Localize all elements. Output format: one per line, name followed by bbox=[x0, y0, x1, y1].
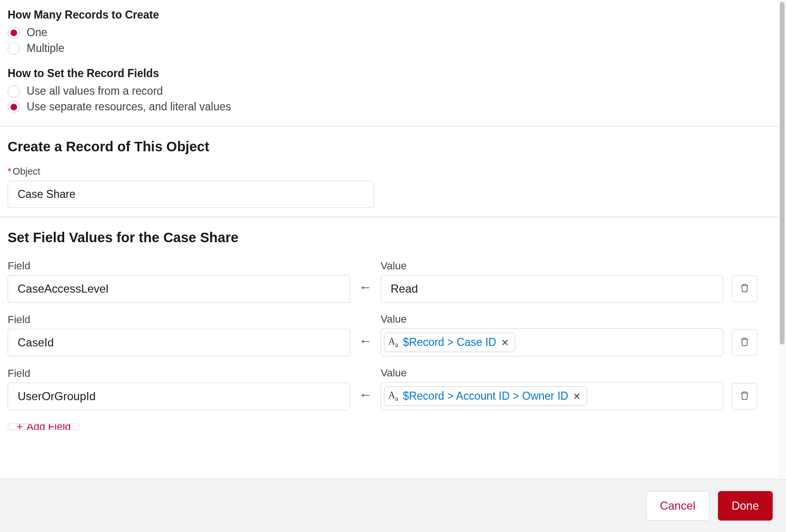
plus-icon: + bbox=[17, 424, 23, 430]
how-to-set-radio-group: Use all values from a record Use separat… bbox=[8, 85, 778, 113]
field-col: Field CaseAccessLevel bbox=[8, 260, 350, 303]
scrollbar-track[interactable] bbox=[778, 0, 786, 478]
radio-option-multiple[interactable]: Multiple bbox=[8, 42, 778, 55]
field-col: Field CaseId bbox=[8, 314, 350, 356]
value-col: Value Aa $Record > Account ID > Owner ID… bbox=[381, 367, 723, 410]
object-field-group: *Object Case Share bbox=[8, 166, 778, 208]
field-row: Field UserOrGroupId ← Value Aa $Record >… bbox=[8, 367, 778, 410]
done-button[interactable]: Done bbox=[718, 491, 773, 521]
arrow-col: ← bbox=[359, 387, 372, 410]
set-fields-title: Set Field Values for the Case Share bbox=[8, 230, 778, 246]
main-content: How Many Records to Create One Multiple … bbox=[0, 0, 786, 476]
divider bbox=[0, 217, 786, 217]
how-to-set-section: How to Set the Record Fields Use all val… bbox=[8, 67, 778, 113]
delete-row-button[interactable] bbox=[732, 383, 757, 410]
text-type-icon: Aa bbox=[387, 390, 399, 403]
arrow-left-icon: ← bbox=[359, 334, 372, 349]
field-label: Field bbox=[8, 260, 350, 272]
radio-option-separate[interactable]: Use separate resources, and literal valu… bbox=[8, 100, 778, 113]
cancel-button[interactable]: Cancel bbox=[646, 491, 709, 521]
value-col: Value Aa $Record > Case ID ✕ bbox=[381, 313, 723, 356]
radio-circle-icon bbox=[8, 101, 20, 113]
trash-icon bbox=[740, 336, 749, 349]
resource-pill: Aa $Record > Case ID ✕ bbox=[384, 333, 515, 352]
field-value-input[interactable]: Read bbox=[381, 275, 723, 303]
radio-label: Multiple bbox=[27, 42, 64, 55]
pill-remove-icon[interactable]: ✕ bbox=[500, 337, 510, 348]
radio-option-one[interactable]: One bbox=[8, 26, 778, 39]
radio-circle-icon bbox=[8, 27, 20, 39]
field-label: Field bbox=[8, 367, 350, 380]
object-label: *Object bbox=[8, 166, 778, 177]
add-field-label: Add Field bbox=[27, 424, 71, 430]
scrollbar-thumb[interactable] bbox=[780, 2, 785, 345]
value-label: Value bbox=[381, 367, 723, 379]
delete-row-button[interactable] bbox=[732, 276, 757, 302]
add-field-button[interactable]: + Add Field bbox=[8, 424, 80, 430]
resource-pill: Aa $Record > Account ID > Owner ID ✕ bbox=[384, 386, 587, 406]
how-many-radio-group: One Multiple bbox=[8, 26, 778, 55]
delete-row-button[interactable] bbox=[732, 329, 757, 356]
field-name-input[interactable]: UserOrGroupId bbox=[8, 383, 350, 410]
trash-icon bbox=[740, 390, 749, 403]
divider bbox=[0, 126, 786, 127]
required-indicator: * bbox=[8, 166, 11, 177]
pill-remove-icon[interactable]: ✕ bbox=[572, 391, 582, 402]
how-many-header: How Many Records to Create bbox=[8, 9, 778, 21]
field-name-input[interactable]: CaseAccessLevel bbox=[8, 275, 350, 303]
create-record-title: Create a Record of This Object bbox=[8, 139, 778, 155]
object-input[interactable]: Case Share bbox=[8, 181, 374, 208]
object-label-text: Object bbox=[13, 166, 40, 177]
text-type-icon: Aa bbox=[387, 336, 399, 349]
radio-label: One bbox=[27, 26, 47, 39]
how-to-set-header: How to Set the Record Fields bbox=[8, 67, 778, 80]
field-row: Field CaseId ← Value Aa $Record > Case I… bbox=[8, 313, 778, 356]
field-col: Field UserOrGroupId bbox=[8, 367, 350, 410]
field-row: Field CaseAccessLevel ← Value Read bbox=[8, 260, 778, 303]
pill-text: $Record > Account ID > Owner ID bbox=[403, 390, 569, 403]
create-record-section: Create a Record of This Object *Object C… bbox=[8, 139, 778, 208]
value-label: Value bbox=[381, 260, 723, 272]
radio-circle-icon bbox=[8, 85, 20, 98]
arrow-col: ← bbox=[359, 334, 372, 356]
field-value-input[interactable]: Aa $Record > Account ID > Owner ID ✕ bbox=[381, 382, 723, 410]
radio-option-all-values[interactable]: Use all values from a record bbox=[8, 85, 778, 98]
value-col: Value Read bbox=[381, 260, 723, 303]
radio-label: Use separate resources, and literal valu… bbox=[27, 100, 231, 113]
field-name-input[interactable]: CaseId bbox=[8, 329, 350, 356]
field-label: Field bbox=[8, 314, 350, 326]
radio-label: Use all values from a record bbox=[27, 85, 163, 98]
radio-circle-icon bbox=[8, 42, 20, 55]
arrow-left-icon: ← bbox=[359, 280, 372, 295]
pill-text: $Record > Case ID bbox=[403, 336, 496, 349]
trash-icon bbox=[740, 283, 749, 295]
value-label: Value bbox=[381, 313, 723, 325]
arrow-col: ← bbox=[359, 280, 372, 303]
how-many-section: How Many Records to Create One Multiple bbox=[8, 9, 778, 55]
field-value-input[interactable]: Aa $Record > Case ID ✕ bbox=[381, 328, 723, 356]
arrow-left-icon: ← bbox=[359, 387, 372, 403]
set-fields-section: Set Field Values for the Case Share Fiel… bbox=[8, 230, 778, 432]
footer: Cancel Done bbox=[0, 479, 786, 532]
